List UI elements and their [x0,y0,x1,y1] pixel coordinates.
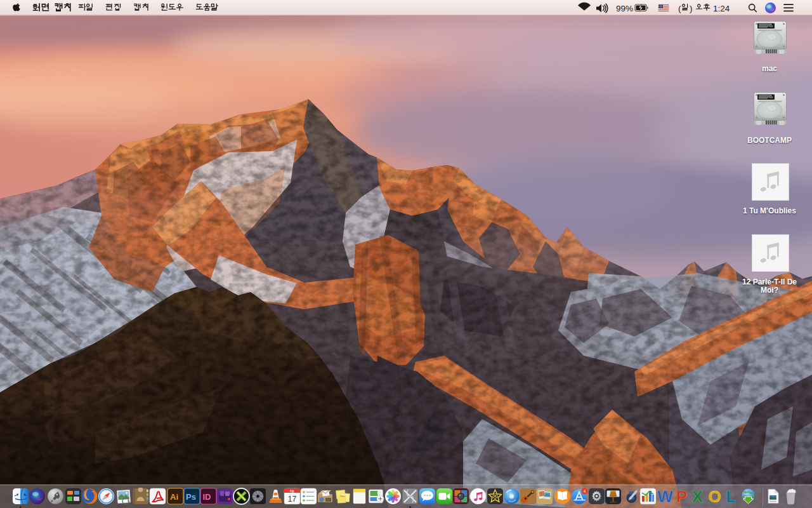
svg-text:99%: 99% [616,4,633,13]
svg-text:4: 4 [584,489,586,493]
svg-text:17: 17 [287,495,296,504]
svg-text:P: P [676,488,686,505]
svg-text:ID: ID [203,492,211,502]
svg-text:Plan: Plan [340,495,344,498]
svg-text:L: L [726,488,736,505]
svg-text:6월: 6월 [289,490,294,493]
svg-text:Ai: Ai [170,492,178,502]
svg-text:): ) [690,4,693,13]
svg-text:(: ( [678,4,681,13]
svg-text:O: O [708,488,721,505]
svg-text:1:24: 1:24 [713,4,730,13]
svg-text:W: W [657,488,673,505]
svg-text:X: X [692,488,704,505]
svg-text:Ps: Ps [186,492,196,502]
